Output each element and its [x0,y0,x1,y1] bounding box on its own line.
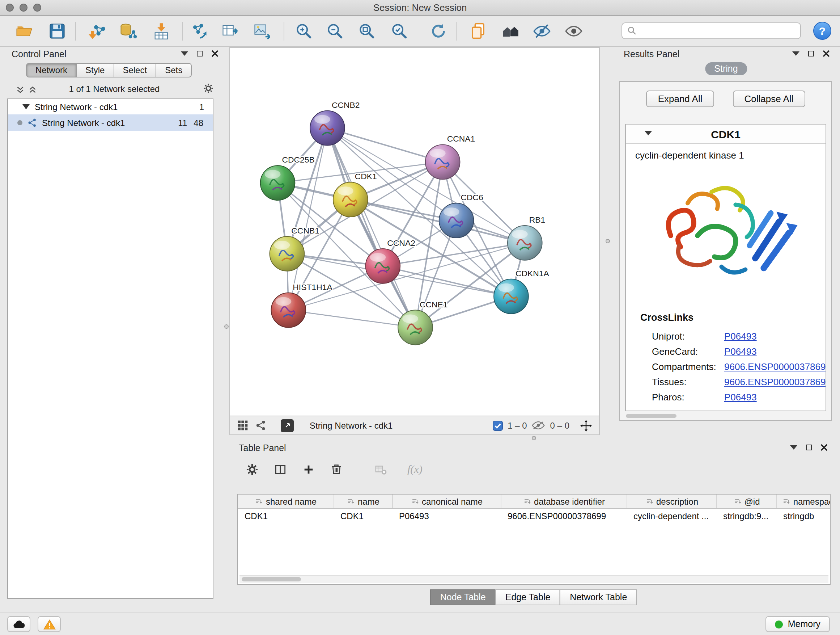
memory-button[interactable]: Memory [766,616,830,632]
float-panel-icon[interactable] [197,51,202,57]
crosslink-value-link[interactable]: P06493 [724,331,757,342]
network-collection-row[interactable]: String Network - cdk1 1 [8,99,213,114]
table-cell[interactable]: cyclin-dependent ... [627,509,717,523]
network-node-HIST1H1A[interactable]: HIST1H1A [271,282,333,328]
close-panel-icon[interactable] [211,50,218,57]
crosslink-value-link[interactable]: P06493 [724,392,757,402]
column-header-database-identifier[interactable]: database identifier [501,494,627,509]
import-network-from-file-button[interactable] [86,20,109,42]
delete-column-button[interactable] [328,461,345,478]
tab-node-table[interactable]: Node Table [430,589,496,605]
search-box[interactable] [622,22,801,39]
left-splitter-handle[interactable] [224,325,229,329]
column-header-name[interactable]: name [334,494,393,509]
network-share-icon[interactable] [256,420,266,431]
crosslink-value-link[interactable]: 9606.ENSP00000378699 [724,361,826,372]
tree-expand-icon[interactable] [22,104,30,109]
float-panel-icon[interactable] [806,445,812,450]
network-node-RB1[interactable]: RB1 [508,215,545,260]
import-table-from-file-button[interactable] [150,20,173,42]
column-header--id[interactable]: @id [717,494,777,509]
network-node-CDK1[interactable]: CDK1 [333,172,377,217]
table-options-gear-button[interactable] [243,461,261,478]
network-row-selected[interactable]: String Network - cdk1 11 48 [8,114,213,131]
delete-table-button[interactable] [372,461,389,478]
add-column-button[interactable] [300,461,317,478]
zoom-out-button[interactable] [324,20,347,42]
table-cell[interactable]: CDK1 [334,509,393,523]
export-table-button[interactable] [218,20,242,42]
table-cell[interactable]: CDK1 [238,509,334,523]
home-button[interactable] [499,20,523,42]
string-tab-badge[interactable]: String [705,62,747,75]
network-options-gear-icon[interactable] [202,82,214,97]
new-network-from-selection-button[interactable] [187,20,210,42]
network-edge-CCNB2-CCNA1[interactable] [327,128,443,162]
gene-section-header[interactable]: CDK1 [626,125,826,144]
close-panel-icon[interactable] [821,444,828,451]
tab-network[interactable]: Network [26,63,77,78]
section-collapse-icon[interactable] [645,131,652,135]
close-panel-icon[interactable] [823,50,830,57]
scrollbar-thumb[interactable] [242,577,301,581]
results-scrollbar[interactable] [626,414,676,418]
network-edge-CDK1-RB1[interactable] [351,200,525,243]
right-splitter-handle[interactable] [606,239,610,243]
pan-crosshair-icon[interactable] [580,420,592,431]
tab-select[interactable]: Select [113,63,156,78]
export-image-button[interactable] [250,20,273,42]
hidden-eye-slash-icon[interactable] [532,421,545,430]
table-row[interactable]: CDK1CDK1P064939606.ENSP00000378699cyclin… [238,509,831,523]
show-all-button[interactable] [562,20,585,42]
float-panel-icon[interactable] [808,51,814,57]
function-builder-button[interactable]: f(x) [407,463,423,475]
tab-sets[interactable]: Sets [156,63,192,78]
expand-all-button[interactable]: Expand All [646,90,714,107]
crosslink-value-link[interactable]: 9606.ENSP00000378699 [724,377,826,387]
panel-menu-icon[interactable] [181,51,188,56]
network-node-CCNB1[interactable]: CCNB1 [270,226,319,271]
help-button[interactable]: ? [813,22,831,40]
open-session-button[interactable] [13,20,36,42]
warnings-button[interactable] [38,616,61,632]
edge-count: 48 [194,118,203,128]
search-input[interactable] [640,25,795,36]
table-cell[interactable]: stringdb [777,509,831,523]
collapse-all-button[interactable]: Collapse All [733,90,805,107]
tab-edge-table[interactable]: Edge Table [495,589,561,605]
panel-menu-icon[interactable] [792,51,799,56]
cloud-status-button[interactable] [7,616,30,632]
zoom-selected-button[interactable] [388,20,411,42]
apply-layout-button[interactable] [427,20,450,42]
column-header-shared-name[interactable]: shared name [238,494,334,509]
table-cell[interactable]: 9606.ENSP00000378699 [501,509,627,523]
crosslink-row: Uniprot:P06493 [626,329,826,344]
zoom-in-button[interactable] [292,20,316,42]
import-network-from-database-button[interactable] [117,20,140,42]
table-cell[interactable]: stringdb:9... [717,509,777,523]
crosslink-value-link[interactable]: P06493 [724,346,757,357]
column-header-description[interactable]: description [627,494,717,509]
network-edge-HIST1H1A-CCNE1[interactable] [288,310,415,328]
hide-selected-button[interactable] [531,20,554,42]
selected-checkbox-icon[interactable] [493,420,502,431]
show-columns-button[interactable] [271,461,289,478]
zoom-fit-button[interactable] [355,20,378,42]
network-canvas[interactable]: CCNB2CCNA1CDC25BCDK1CDC6RB1CCNB1CCNA2CDK… [230,48,599,416]
table-horizontal-scrollbar[interactable] [240,575,829,583]
column-header-namespac[interactable]: namespac [777,494,831,509]
bottom-splitter-handle[interactable] [532,436,536,440]
network-edge-CCNB2-CCNE1[interactable] [327,128,415,328]
open-in-new-window-icon[interactable] [281,419,294,432]
birdseye-view-icon[interactable] [237,420,248,431]
table-cell[interactable]: P06493 [393,509,501,523]
network-node-CDKN1A[interactable]: CDKN1A [494,269,549,314]
save-session-button[interactable] [46,20,69,42]
network-node-CCNB2[interactable]: CCNB2 [310,100,360,146]
tab-network-table[interactable]: Network Table [560,589,637,605]
copy-button[interactable] [467,20,490,42]
tab-style[interactable]: Style [76,63,114,78]
panel-menu-icon[interactable] [790,445,797,450]
column-header-canonical-name[interactable]: canonical name [393,494,501,509]
network-node-CCNA1[interactable]: CCNA1 [425,134,475,179]
